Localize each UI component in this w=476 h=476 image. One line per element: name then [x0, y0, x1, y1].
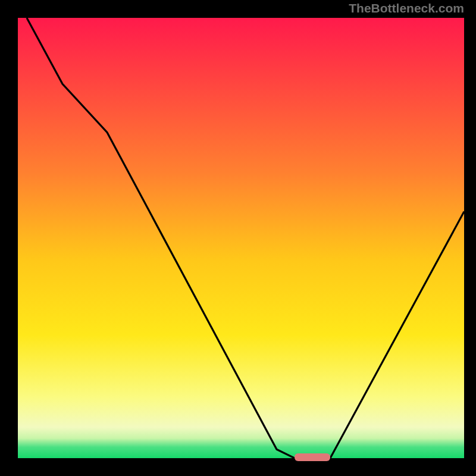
attribution-label: TheBottleneck.com — [349, 1, 464, 15]
plot-background — [18, 18, 464, 458]
optimal-marker — [295, 453, 330, 461]
chart-container: TheBottleneck.com — [0, 0, 476, 476]
bottleneck-chart — [0, 0, 476, 476]
